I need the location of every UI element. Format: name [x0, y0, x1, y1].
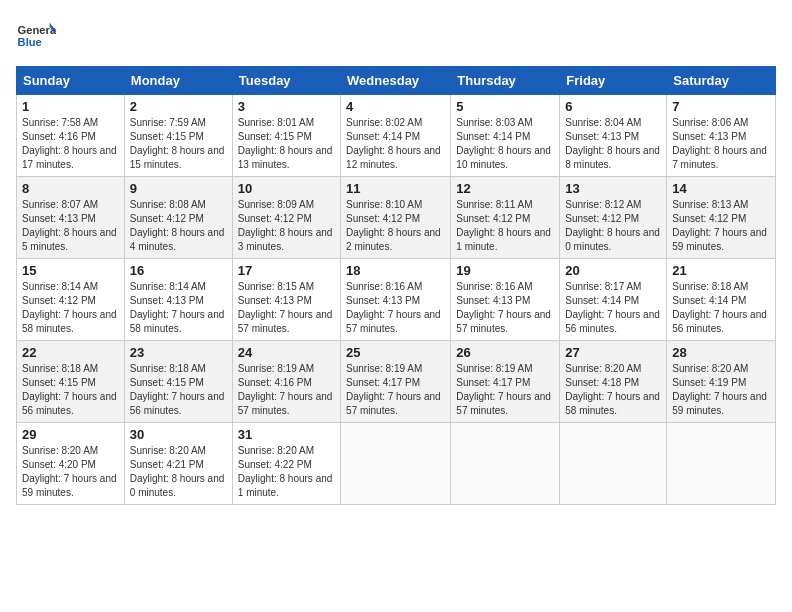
calendar-week-row: 8 Sunrise: 8:07 AMSunset: 4:13 PMDayligh… [17, 177, 776, 259]
calendar-day-cell: 12 Sunrise: 8:11 AMSunset: 4:12 PMDaylig… [451, 177, 560, 259]
day-info: Sunrise: 8:03 AMSunset: 4:14 PMDaylight:… [456, 116, 554, 172]
day-number: 22 [22, 345, 119, 360]
day-number: 17 [238, 263, 335, 278]
calendar-table: SundayMondayTuesdayWednesdayThursdayFrid… [16, 66, 776, 505]
day-info: Sunrise: 8:04 AMSunset: 4:13 PMDaylight:… [565, 116, 661, 172]
calendar-day-cell: 31 Sunrise: 8:20 AMSunset: 4:22 PMDaylig… [232, 423, 340, 505]
day-info: Sunrise: 8:18 AMSunset: 4:14 PMDaylight:… [672, 280, 770, 336]
day-number: 5 [456, 99, 554, 114]
day-info: Sunrise: 8:20 AMSunset: 4:19 PMDaylight:… [672, 362, 770, 418]
day-number: 16 [130, 263, 227, 278]
day-info: Sunrise: 7:59 AMSunset: 4:15 PMDaylight:… [130, 116, 227, 172]
day-number: 3 [238, 99, 335, 114]
day-info: Sunrise: 8:11 AMSunset: 4:12 PMDaylight:… [456, 198, 554, 254]
day-info: Sunrise: 8:01 AMSunset: 4:15 PMDaylight:… [238, 116, 335, 172]
calendar-day-cell [667, 423, 776, 505]
header: General Blue [16, 16, 776, 56]
weekday-header-cell: Monday [124, 67, 232, 95]
day-number: 19 [456, 263, 554, 278]
calendar-day-cell: 25 Sunrise: 8:19 AMSunset: 4:17 PMDaylig… [341, 341, 451, 423]
day-number: 29 [22, 427, 119, 442]
calendar-day-cell: 1 Sunrise: 7:58 AMSunset: 4:16 PMDayligh… [17, 95, 125, 177]
day-info: Sunrise: 8:14 AMSunset: 4:13 PMDaylight:… [130, 280, 227, 336]
calendar-day-cell: 10 Sunrise: 8:09 AMSunset: 4:12 PMDaylig… [232, 177, 340, 259]
calendar-day-cell: 14 Sunrise: 8:13 AMSunset: 4:12 PMDaylig… [667, 177, 776, 259]
day-number: 28 [672, 345, 770, 360]
calendar-day-cell: 23 Sunrise: 8:18 AMSunset: 4:15 PMDaylig… [124, 341, 232, 423]
day-info: Sunrise: 8:20 AMSunset: 4:20 PMDaylight:… [22, 444, 119, 500]
calendar-day-cell: 24 Sunrise: 8:19 AMSunset: 4:16 PMDaylig… [232, 341, 340, 423]
day-number: 26 [456, 345, 554, 360]
weekday-header-cell: Friday [560, 67, 667, 95]
calendar-week-row: 29 Sunrise: 8:20 AMSunset: 4:20 PMDaylig… [17, 423, 776, 505]
calendar-day-cell: 27 Sunrise: 8:20 AMSunset: 4:18 PMDaylig… [560, 341, 667, 423]
calendar-day-cell: 29 Sunrise: 8:20 AMSunset: 4:20 PMDaylig… [17, 423, 125, 505]
day-number: 23 [130, 345, 227, 360]
calendar-day-cell: 21 Sunrise: 8:18 AMSunset: 4:14 PMDaylig… [667, 259, 776, 341]
day-info: Sunrise: 8:19 AMSunset: 4:16 PMDaylight:… [238, 362, 335, 418]
calendar-day-cell: 30 Sunrise: 8:20 AMSunset: 4:21 PMDaylig… [124, 423, 232, 505]
day-number: 31 [238, 427, 335, 442]
day-number: 30 [130, 427, 227, 442]
day-number: 7 [672, 99, 770, 114]
logo: General Blue [16, 16, 60, 56]
day-info: Sunrise: 8:19 AMSunset: 4:17 PMDaylight:… [346, 362, 445, 418]
calendar-day-cell: 22 Sunrise: 8:18 AMSunset: 4:15 PMDaylig… [17, 341, 125, 423]
day-info: Sunrise: 8:19 AMSunset: 4:17 PMDaylight:… [456, 362, 554, 418]
calendar-day-cell: 26 Sunrise: 8:19 AMSunset: 4:17 PMDaylig… [451, 341, 560, 423]
day-number: 25 [346, 345, 445, 360]
day-number: 4 [346, 99, 445, 114]
day-info: Sunrise: 8:16 AMSunset: 4:13 PMDaylight:… [456, 280, 554, 336]
day-info: Sunrise: 8:10 AMSunset: 4:12 PMDaylight:… [346, 198, 445, 254]
calendar-day-cell: 16 Sunrise: 8:14 AMSunset: 4:13 PMDaylig… [124, 259, 232, 341]
weekday-header-cell: Sunday [17, 67, 125, 95]
day-number: 15 [22, 263, 119, 278]
day-number: 20 [565, 263, 661, 278]
day-info: Sunrise: 8:07 AMSunset: 4:13 PMDaylight:… [22, 198, 119, 254]
weekday-header-row: SundayMondayTuesdayWednesdayThursdayFrid… [17, 67, 776, 95]
day-info: Sunrise: 8:06 AMSunset: 4:13 PMDaylight:… [672, 116, 770, 172]
calendar-day-cell [341, 423, 451, 505]
day-number: 12 [456, 181, 554, 196]
calendar-day-cell: 3 Sunrise: 8:01 AMSunset: 4:15 PMDayligh… [232, 95, 340, 177]
calendar-day-cell: 19 Sunrise: 8:16 AMSunset: 4:13 PMDaylig… [451, 259, 560, 341]
day-info: Sunrise: 8:20 AMSunset: 4:22 PMDaylight:… [238, 444, 335, 500]
day-info: Sunrise: 8:16 AMSunset: 4:13 PMDaylight:… [346, 280, 445, 336]
day-number: 9 [130, 181, 227, 196]
day-number: 24 [238, 345, 335, 360]
day-info: Sunrise: 8:20 AMSunset: 4:18 PMDaylight:… [565, 362, 661, 418]
calendar-day-cell: 13 Sunrise: 8:12 AMSunset: 4:12 PMDaylig… [560, 177, 667, 259]
calendar-day-cell [560, 423, 667, 505]
day-info: Sunrise: 8:18 AMSunset: 4:15 PMDaylight:… [130, 362, 227, 418]
calendar-week-row: 15 Sunrise: 8:14 AMSunset: 4:12 PMDaylig… [17, 259, 776, 341]
day-number: 27 [565, 345, 661, 360]
calendar-day-cell: 11 Sunrise: 8:10 AMSunset: 4:12 PMDaylig… [341, 177, 451, 259]
day-number: 21 [672, 263, 770, 278]
day-number: 11 [346, 181, 445, 196]
day-info: Sunrise: 8:20 AMSunset: 4:21 PMDaylight:… [130, 444, 227, 500]
weekday-header-cell: Tuesday [232, 67, 340, 95]
calendar-day-cell [451, 423, 560, 505]
calendar-week-row: 1 Sunrise: 7:58 AMSunset: 4:16 PMDayligh… [17, 95, 776, 177]
day-info: Sunrise: 8:09 AMSunset: 4:12 PMDaylight:… [238, 198, 335, 254]
calendar-day-cell: 5 Sunrise: 8:03 AMSunset: 4:14 PMDayligh… [451, 95, 560, 177]
day-info: Sunrise: 8:18 AMSunset: 4:15 PMDaylight:… [22, 362, 119, 418]
day-number: 18 [346, 263, 445, 278]
calendar-day-cell: 28 Sunrise: 8:20 AMSunset: 4:19 PMDaylig… [667, 341, 776, 423]
svg-text:Blue: Blue [18, 36, 42, 48]
calendar-week-row: 22 Sunrise: 8:18 AMSunset: 4:15 PMDaylig… [17, 341, 776, 423]
weekday-header-cell: Saturday [667, 67, 776, 95]
calendar-day-cell: 4 Sunrise: 8:02 AMSunset: 4:14 PMDayligh… [341, 95, 451, 177]
calendar-body: 1 Sunrise: 7:58 AMSunset: 4:16 PMDayligh… [17, 95, 776, 505]
day-number: 6 [565, 99, 661, 114]
calendar-day-cell: 2 Sunrise: 7:59 AMSunset: 4:15 PMDayligh… [124, 95, 232, 177]
day-info: Sunrise: 8:15 AMSunset: 4:13 PMDaylight:… [238, 280, 335, 336]
day-info: Sunrise: 8:17 AMSunset: 4:14 PMDaylight:… [565, 280, 661, 336]
calendar-day-cell: 17 Sunrise: 8:15 AMSunset: 4:13 PMDaylig… [232, 259, 340, 341]
calendar-day-cell: 7 Sunrise: 8:06 AMSunset: 4:13 PMDayligh… [667, 95, 776, 177]
weekday-header-cell: Thursday [451, 67, 560, 95]
day-number: 2 [130, 99, 227, 114]
calendar-day-cell: 8 Sunrise: 8:07 AMSunset: 4:13 PMDayligh… [17, 177, 125, 259]
day-info: Sunrise: 8:08 AMSunset: 4:12 PMDaylight:… [130, 198, 227, 254]
calendar-day-cell: 9 Sunrise: 8:08 AMSunset: 4:12 PMDayligh… [124, 177, 232, 259]
